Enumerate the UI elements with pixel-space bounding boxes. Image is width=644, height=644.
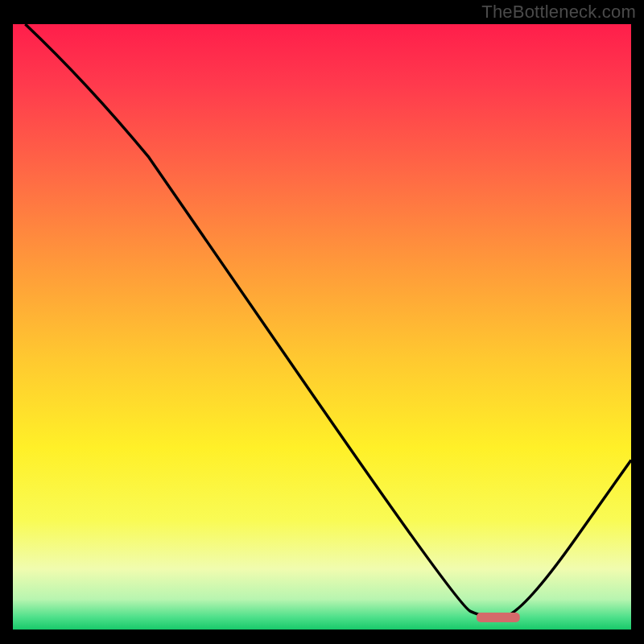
watermark-label: TheBottleneck.com (481, 2, 636, 23)
plot-area (13, 24, 631, 630)
optimum-marker (477, 613, 520, 622)
chart-svg (0, 0, 644, 644)
bottleneck-chart: TheBottleneck.com (0, 0, 644, 644)
